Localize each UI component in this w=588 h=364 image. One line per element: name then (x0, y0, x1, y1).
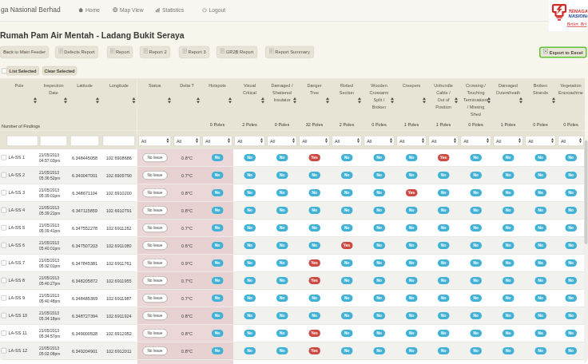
svg-text:NASIONAL: NASIONAL (569, 14, 588, 18)
svg-text:Better. Bri: Better. Bri (567, 22, 587, 26)
